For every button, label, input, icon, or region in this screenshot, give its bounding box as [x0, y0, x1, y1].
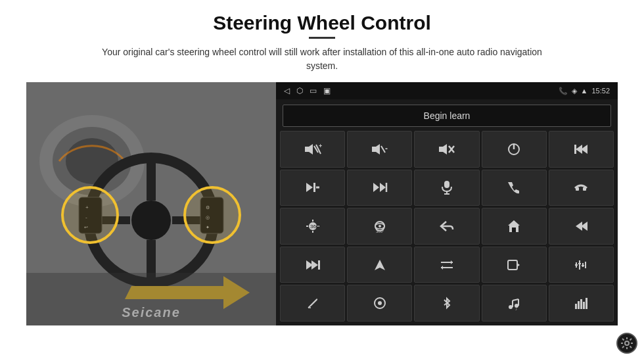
svg-rect-42: [444, 181, 449, 188]
record-button[interactable]: [482, 247, 547, 283]
svg-rect-45: [576, 187, 579, 191]
svg-marker-62: [311, 260, 318, 270]
svg-marker-40: [380, 183, 386, 192]
vol-up-button[interactable]: +: [280, 131, 345, 168]
back-nav-icon[interactable]: ◁: [284, 86, 290, 95]
page-subtitle: Your original car's steering wheel contr…: [92, 45, 552, 73]
time-display: 15:52: [591, 87, 610, 95]
fast-fwd-button[interactable]: [347, 170, 412, 206]
svg-rect-46: [583, 187, 586, 191]
power-button[interactable]: [482, 131, 547, 168]
music-button[interactable]: ♪: [482, 285, 547, 322]
home-nav-icon[interactable]: ⬡: [296, 86, 303, 95]
svg-marker-70: [517, 263, 520, 267]
bluetooth-button[interactable]: [414, 285, 479, 322]
svg-rect-88: [578, 301, 580, 309]
svg-rect-58: [512, 227, 516, 232]
svg-point-92: [625, 341, 629, 345]
svg-point-5: [131, 201, 171, 240]
screen-icon: ▣: [323, 86, 331, 95]
wifi-icon: ▲: [581, 87, 588, 95]
svg-rect-69: [508, 260, 517, 270]
play-next-button[interactable]: [280, 170, 345, 206]
swap-button[interactable]: [414, 247, 479, 283]
svg-marker-28: [439, 144, 447, 155]
svg-rect-89: [580, 299, 582, 309]
eq-button[interactable]: [549, 247, 614, 283]
svg-marker-39: [373, 183, 379, 192]
settings-gear-button[interactable]: [616, 333, 637, 354]
skip-back-button[interactable]: [549, 208, 614, 245]
skip-fwd-button[interactable]: [280, 247, 345, 283]
svg-point-55: [379, 225, 381, 227]
back-button[interactable]: [414, 208, 479, 245]
svg-point-18: [62, 187, 118, 243]
hangup-button[interactable]: [549, 170, 614, 206]
svg-marker-36: [306, 183, 313, 192]
title-divider: [309, 37, 335, 39]
svg-rect-35: [574, 145, 576, 154]
recents-nav-icon[interactable]: ▭: [310, 86, 317, 95]
car-image-area: + - ↩ ⚙ ◎ ✦ Seicane: [26, 82, 276, 325]
begin-learn-button[interactable]: Begin learn: [283, 105, 611, 127]
location-icon: ◈: [572, 87, 577, 95]
phone-button[interactable]: [482, 170, 547, 206]
home-button[interactable]: [482, 208, 547, 245]
svg-text:360°: 360°: [310, 224, 320, 229]
svg-point-19: [185, 187, 240, 243]
svg-text:+: +: [319, 143, 322, 149]
watermark: Seicane: [122, 305, 181, 320]
android-panel: ◁ ⬡ ▭ ▣ 📞 ◈ ▲ 15:52 Begin learn: [276, 82, 618, 325]
svg-marker-25: [372, 144, 380, 155]
svg-marker-68: [441, 266, 443, 270]
svg-marker-66: [451, 260, 453, 264]
bars-button[interactable]: [549, 285, 614, 322]
status-right-area: 📞 ◈ ▲ 15:52: [559, 87, 610, 95]
svg-text:360°: 360°: [376, 229, 384, 233]
page-title: Steering Wheel Control: [213, 12, 431, 34]
controls-grid: + -: [276, 131, 618, 325]
svg-rect-37: [313, 183, 315, 192]
svg-rect-63: [318, 260, 320, 270]
phone-status-icon: 📞: [559, 87, 568, 95]
mute-button[interactable]: [414, 131, 479, 168]
360-cam-button[interactable]: 360°: [347, 208, 412, 245]
svg-line-85: [513, 299, 518, 300]
svg-text:♪: ♪: [515, 307, 517, 310]
navigate-button[interactable]: [347, 247, 412, 283]
svg-rect-87: [575, 304, 577, 309]
mic-button[interactable]: [414, 170, 479, 206]
circle-button[interactable]: [347, 285, 412, 322]
pen-button[interactable]: [280, 285, 345, 322]
begin-learn-row: Begin learn: [276, 99, 618, 131]
status-bar: ◁ ⬡ ▭ ▣ 📞 ◈ ▲ 15:52: [276, 82, 618, 99]
night-mode-button[interactable]: 360°: [280, 208, 345, 245]
svg-point-80: [378, 301, 382, 305]
prev-track-button[interactable]: [549, 131, 614, 168]
svg-marker-21: [305, 144, 313, 155]
svg-marker-64: [375, 260, 385, 270]
content-area: + - ↩ ⚙ ◎ ✦ Seicane: [26, 82, 618, 325]
status-left-icons: ◁ ⬡ ▭ ▣: [284, 86, 331, 95]
svg-text:-: -: [385, 144, 388, 153]
vol-down-button[interactable]: -: [347, 131, 412, 168]
svg-rect-91: [586, 298, 587, 309]
svg-rect-90: [583, 302, 585, 309]
